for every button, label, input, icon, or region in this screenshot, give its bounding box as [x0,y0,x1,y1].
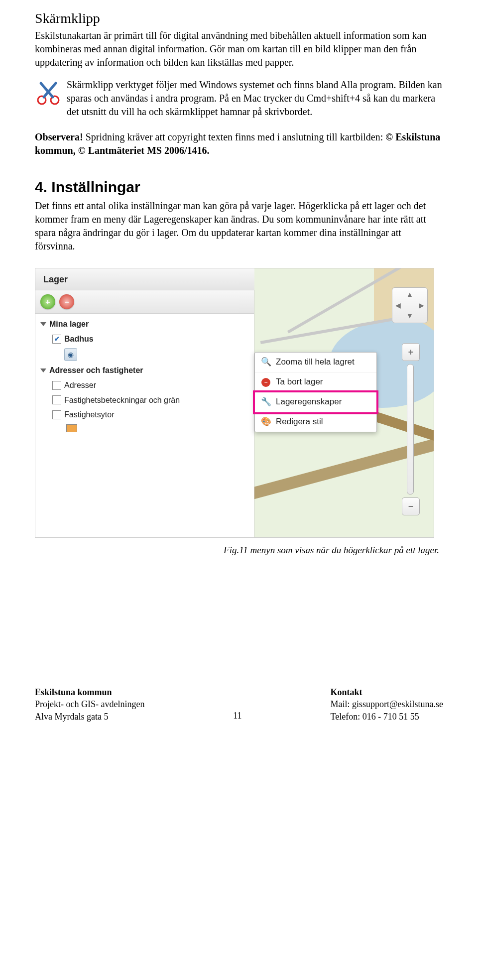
layer-label: Badhus [64,334,94,345]
layer-badhus[interactable]: Badhus [38,332,251,347]
footer-contact-label: Kontakt [330,686,443,698]
pan-right-icon[interactable]: ▶ [419,301,424,310]
checkbox-icon[interactable] [52,395,61,404]
checkbox-icon[interactable] [52,335,61,344]
zoom-out-button[interactable]: − [402,497,420,515]
footer-org: Eskilstuna kommun [35,686,144,698]
add-layer-button[interactable]: + [40,294,55,309]
footer-street: Alva Myrdals gata 5 [35,711,144,723]
remove-layer-button[interactable]: − [59,294,74,309]
observe-text: Spridning kräver att copyright texten fi… [83,131,386,142]
menu-label: Redigera stil [276,416,323,428]
layer-toolbar: + − [35,290,254,314]
checkbox-icon[interactable] [52,381,61,390]
layer-fastighetsytor[interactable]: Fastighetsytor [38,407,251,422]
checkbox-icon[interactable] [52,410,61,419]
figure-caption: Fig.11 menyn som visas när du högerklick… [35,544,439,557]
menu-item-edit-style[interactable]: 🎨 Redigera stil [255,412,376,432]
panel-title: Lager [35,268,254,290]
point-symbol-icon: ◉ [64,348,77,361]
layer-label: Fastighetsbeteckningar och grän [64,395,180,406]
wrench-icon: 🔧 [261,397,271,407]
zoom-in-button[interactable]: + [402,343,420,361]
layer-label: Adresser [64,380,96,391]
footer-right: Kontakt Mail: gissupport@eskilstuna.se T… [330,686,443,723]
group-mina-lager[interactable]: Mina lager [38,317,251,332]
collapse-icon [40,368,46,372]
pan-left-icon[interactable]: ◀ [395,301,401,310]
page-footer: Eskilstuna kommun Projekt- och GIS- avde… [35,686,443,723]
heading-installningar: 4. Inställningar [35,177,443,198]
zoom-slider[interactable] [407,364,414,494]
layer-tree: Mina lager Badhus ◉ Adresser och fastigh… [35,314,254,437]
context-menu: 🔍 Zooma till hela lagret − Ta bort lager… [254,352,377,432]
menu-item-zoom-to-layer[interactable]: 🔍 Zooma till hela lagret [255,353,376,372]
layer-adresser[interactable]: Adresser [38,378,251,393]
paragraph-tool: Skärmklipp verktyget följer med Windows … [35,78,443,119]
group-label: Mina lager [49,319,89,330]
layer-fastighetsytor-swatch [38,422,251,434]
layer-badhus-symbol[interactable]: ◉ [38,346,251,363]
pan-control[interactable]: ▲ ▼ ◀ ▶ [392,287,428,323]
paragraph-intro: Eskilstunakartan är primärt till för dig… [35,29,443,69]
scissors-icon [35,80,62,111]
observe-label: Observera! [35,131,83,142]
menu-item-layer-properties[interactable]: 🔧 Lageregenskaper [255,392,376,412]
magnifier-icon: 🔍 [261,358,271,368]
section-title-skarmklipp: Skärmklipp [35,9,443,28]
paragraph-observe: Observera! Spridning kräver att copyrigh… [35,130,443,157]
pan-up-icon[interactable]: ▲ [406,290,413,299]
menu-label: Zooma till hela lagret [276,357,355,368]
palette-icon: 🎨 [261,417,271,427]
zoom-control: + − [402,343,419,515]
menu-label: Lageregenskaper [276,396,342,408]
footer-mail: Mail: gissupport@eskilstuna.se [330,698,443,710]
screenshot-layer-panel: Lager + − Mina lager Badhus [35,268,434,538]
paragraph-settings: Det finns ett antal olika inställningar … [35,199,443,253]
layer-label: Fastighetsytor [64,409,114,420]
page-number: 11 [233,710,241,723]
footer-dept: Projekt- och GIS- avdelningen [35,698,144,710]
pan-down-icon[interactable]: ▼ [406,311,413,321]
group-adresser-fastigheter[interactable]: Adresser och fastigheter [38,363,251,378]
layer-fastighetsbeteckningar[interactable]: Fastighetsbeteckningar och grän [38,393,251,408]
fill-swatch-icon [66,424,77,432]
menu-item-remove-layer[interactable]: − Ta bort lager [255,372,376,392]
footer-phone: Telefon: 016 - 710 51 55 [330,711,443,723]
footer-left: Eskilstuna kommun Projekt- och GIS- avde… [35,686,144,723]
remove-icon: − [261,377,271,387]
collapse-icon [40,322,46,326]
menu-label: Ta bort lager [276,376,323,388]
group-label: Adresser och fastigheter [49,365,143,376]
